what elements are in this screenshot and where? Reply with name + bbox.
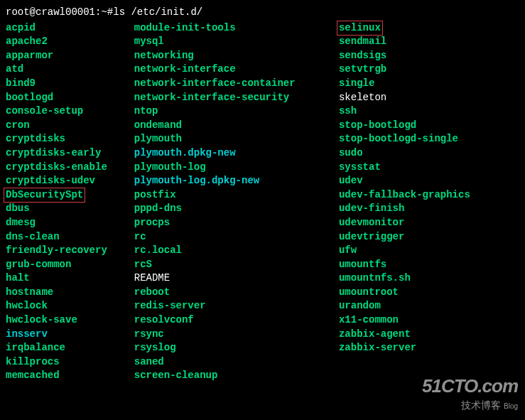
file-name: udevmonitor: [339, 217, 404, 228]
file-name: udev-fallback-graphics: [339, 189, 470, 200]
file-name: networking: [134, 50, 194, 61]
file-entry: stop-bootlogd: [339, 119, 519, 133]
file-name: umountnfs.sh: [339, 272, 411, 284]
file-name: mysql: [134, 36, 164, 47]
shell-prompt: root@crawl00001:~#: [6, 6, 113, 20]
file-entry: rsync: [134, 328, 339, 342]
file-name: stop-bootlogd-single: [339, 133, 458, 144]
file-entry: cron: [6, 119, 134, 133]
file-entry: plymouth-log.dpkg-new: [134, 174, 339, 188]
file-name: irqbalance: [6, 342, 65, 353]
file-name: setvtrgb: [339, 63, 386, 75]
file-entry: rsyslog: [134, 341, 339, 355]
file-entry: atd: [6, 63, 134, 77]
file-name: halt: [6, 272, 30, 284]
file-entry: urandom: [339, 299, 519, 313]
file-entry: halt: [6, 271, 134, 286]
file-entry: apparmor: [6, 49, 134, 63]
file-entry: sendsigs: [339, 49, 519, 63]
file-name: saned: [134, 356, 164, 367]
file-name: x11-common: [339, 314, 399, 325]
file-name: apache2: [6, 36, 48, 47]
file-entry: cryptdisks-udev: [6, 174, 134, 188]
watermark-subtitle: 技术博客 Blog: [422, 399, 518, 413]
file-name: apparmor: [6, 50, 53, 61]
file-name: dbus: [6, 203, 30, 214]
file-name: README: [134, 272, 170, 284]
file-name: plymouth-log.dpkg-new: [134, 175, 259, 186]
file-name: cron: [6, 119, 30, 131]
file-entry: bootlogd: [6, 91, 134, 105]
file-entry: hwclock-save: [6, 313, 134, 328]
file-entry: resolvconf: [134, 313, 339, 328]
file-name: plymouth.dpkg-new: [134, 147, 236, 158]
file-name: selinux: [337, 21, 383, 36]
file-entry: ntop: [134, 104, 339, 119]
file-entry: ondemand: [134, 119, 339, 133]
file-entry: network-interface-container: [134, 77, 339, 91]
file-entry: postfix: [134, 188, 339, 203]
file-name: rsync: [134, 328, 164, 340]
file-name: reboot: [134, 286, 170, 298]
file-entry: selinux: [339, 21, 519, 36]
file-name: rcS: [134, 259, 152, 270]
file-entry: acpid: [6, 21, 134, 36]
file-entry: zabbix-server: [339, 341, 519, 355]
file-name: bootlogd: [6, 92, 53, 103]
file-name: dns-clean: [6, 231, 60, 242]
file-name: bind9: [6, 77, 36, 89]
file-entry: irqbalance: [6, 341, 134, 355]
file-entry: redis-server: [134, 299, 339, 313]
file-name: skeleton: [339, 92, 386, 103]
file-name: network-interface: [134, 63, 236, 75]
file-name: zabbix-server: [339, 342, 416, 353]
file-name: network-interface-security: [134, 92, 289, 103]
file-entry: zabbix-agent: [339, 328, 519, 342]
file-name: dmesg: [6, 217, 36, 228]
file-name: DbSecuritySpt: [4, 188, 85, 203]
file-name: single: [339, 77, 374, 89]
prompt-line: root@crawl00001:~# ls /etc/init.d/: [6, 6, 519, 20]
file-entry: sendmail: [339, 35, 519, 49]
file-name: sendsigs: [339, 50, 386, 61]
file-name: rc: [134, 231, 146, 242]
file-entry: procps: [134, 216, 339, 230]
file-name: cryptdisks-udev: [6, 175, 95, 186]
file-entry: plymouth.dpkg-new: [134, 146, 339, 161]
file-entry: README: [134, 271, 339, 286]
file-name: ondemand: [134, 119, 182, 131]
file-entry: cryptdisks: [6, 132, 134, 146]
file-entry: bind9: [6, 77, 134, 91]
file-name: umountfs: [339, 259, 386, 270]
listing-column-1: acpidapache2apparmoratdbind9bootlogdcons…: [6, 21, 134, 383]
file-entry: umountroot: [339, 286, 519, 300]
file-name: rsyslog: [134, 342, 176, 353]
file-name: urandom: [339, 300, 381, 311]
file-name: plymouth-log: [134, 161, 206, 173]
file-name: acpid: [6, 22, 36, 33]
file-name: rc.local: [134, 244, 182, 256]
directory-listing: acpidapache2apparmoratdbind9bootlogdcons…: [6, 21, 519, 383]
shell-command[interactable]: ls /etc/init.d/: [113, 6, 202, 20]
file-name: redis-server: [134, 300, 206, 311]
file-entry: dbus: [6, 202, 134, 216]
file-entry: friendly-recovery: [6, 244, 134, 258]
file-name: cryptdisks-enable: [6, 161, 107, 173]
file-entry: rc.local: [134, 244, 339, 258]
file-entry: insserv: [6, 328, 134, 342]
file-name: console-setup: [6, 105, 83, 117]
file-name: sudo: [339, 147, 363, 158]
file-name: cryptdisks: [6, 133, 65, 144]
file-entry: sudo: [339, 146, 519, 161]
file-entry: screen-cleanup: [134, 369, 339, 383]
file-entry: networking: [134, 49, 339, 63]
file-entry: rc: [134, 230, 339, 244]
file-entry: network-interface: [134, 63, 339, 77]
file-name: killprocs: [6, 356, 60, 367]
file-name: hwclock-save: [6, 314, 77, 325]
file-name: procps: [134, 217, 170, 228]
listing-column-2: module-init-toolsmysqlnetworkingnetwork-…: [134, 21, 339, 383]
file-name: udev: [339, 175, 363, 186]
file-name: sendmail: [339, 36, 386, 47]
file-name: friendly-recovery: [6, 244, 107, 256]
